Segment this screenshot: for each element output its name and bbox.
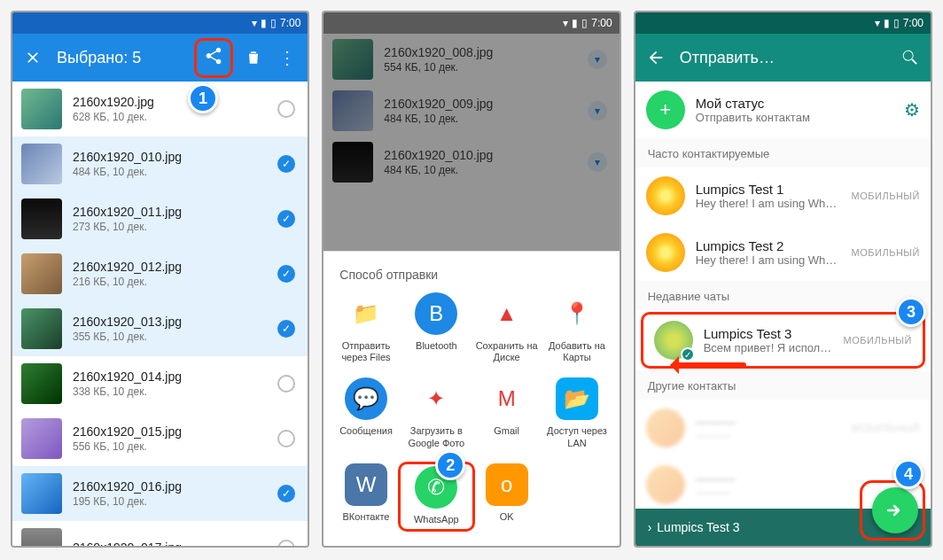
file-thumb (21, 418, 62, 459)
ok-icon: o (486, 463, 528, 506)
file-name: 2160x1920_017.jpg (73, 541, 267, 547)
file-row[interactable]: 2160x1920_017.jpg (12, 521, 308, 546)
share-sheet-title: Способ отправки (331, 264, 612, 292)
file-meta: 355 КБ, 10 дек. (73, 331, 267, 343)
contact-row-selected[interactable]: ✓ Lumpics Test 3 Всем привет! Я использу… (641, 312, 925, 369)
battery-icon: ▯ (893, 17, 900, 29)
app-label: Bluetooth (416, 340, 456, 352)
status-bar: ▾ ▮ ▯ 7:00 (635, 12, 931, 34)
avatar (646, 408, 685, 447)
contact-status: Hey there! I am using WhatsApp (696, 197, 841, 210)
app-label: Отправить через Files (335, 340, 397, 363)
contact-type: МОБИЛЬНЫЙ (852, 191, 920, 201)
gmail-icon: M (486, 377, 528, 420)
share-app-messages[interactable]: 💬 Сообщения (331, 377, 401, 448)
search-icon[interactable] (900, 48, 920, 67)
clock: 7:00 (591, 17, 612, 29)
app-label: Доступ через LAN (546, 425, 608, 448)
app-label: Сохранить на Диске (476, 340, 538, 363)
select-toggle[interactable] (277, 485, 295, 502)
file-meta: 195 КБ, 10 дек. (73, 495, 267, 508)
file-thumb (21, 528, 62, 547)
share-app-gdrive[interactable]: ▲ Сохранить на Диске (472, 292, 542, 363)
select-toggle[interactable] (277, 155, 295, 173)
file-row[interactable]: 2160x1920_015.jpg 556 КБ, 10 дек. (12, 411, 308, 466)
select-toggle[interactable] (277, 375, 295, 393)
contact-type: МОБИЛЬНЫЙ (844, 335, 912, 346)
share-app-vk[interactable]: W ВКонтакте (331, 463, 401, 528)
app-label: WhatsApp (414, 514, 459, 525)
file-row[interactable]: 2160x1920.jpg 628 КБ, 10 дек. (12, 82, 308, 136)
gear-icon[interactable]: ⚙ (904, 99, 920, 121)
file-thumb (21, 89, 62, 129)
close-icon[interactable] (23, 48, 43, 67)
lan-icon: 📂 (556, 377, 598, 420)
file-name: 2160x1920_011.jpg (73, 205, 267, 219)
file-thumb (21, 144, 62, 184)
file-meta: 484 КБ, 10 дек. (73, 166, 267, 178)
files-icon: 📁 (345, 292, 387, 335)
file-name: 2160x1920_014.jpg (73, 369, 267, 384)
step-badge-3: 3 (896, 297, 926, 327)
clock: 7:00 (903, 17, 924, 29)
share-app-files[interactable]: 📁 Отправить через Files (331, 292, 401, 363)
file-row[interactable]: 2160x1920_016.jpg 195 КБ, 10 дек. (12, 466, 308, 521)
file-row[interactable]: 2160x1920_010.jpg 484 КБ, 10 дек. (12, 136, 308, 191)
file-name: 2160x1920_015.jpg (73, 424, 267, 439)
share-highlight (194, 38, 233, 78)
share-app-bluetooth[interactable]: B Bluetooth (401, 292, 472, 363)
chevron-right-icon: › (648, 520, 652, 534)
select-toggle[interactable] (277, 265, 295, 283)
back-icon[interactable] (646, 48, 666, 67)
file-row[interactable]: 2160x1920_011.jpg 273 КБ, 10 дек. (12, 191, 308, 246)
battery-icon: ▯ (581, 17, 588, 29)
whatsapp-header: Отправить… (635, 34, 931, 82)
phone-file-picker: ▾ ▮ ▯ 7:00 Выбрано: 5 ⋮ 1 2160x1920.jpg … (11, 11, 309, 548)
select-toggle[interactable] (277, 210, 295, 228)
share-sheet: Способ отправки 📁 Отправить через FilesB… (323, 251, 619, 546)
contact-row[interactable]: Lumpics Test 1 Hey there! I am using Wha… (635, 167, 931, 224)
file-meta: 338 КБ, 10 дек. (73, 385, 267, 398)
file-row[interactable]: 2160x1920_014.jpg 338 КБ, 10 дек. (12, 356, 308, 411)
contact-row[interactable]: Lumpics Test 2 Hey there! I am using Wha… (635, 224, 931, 281)
file-row[interactable]: 2160x1920_013.jpg 355 КБ, 10 дек. (12, 301, 308, 356)
file-name: 2160x1920_012.jpg (73, 260, 267, 274)
status-bar: ▾ ▮ ▯ 7:00 (323, 12, 619, 34)
share-background: 2160x1920_008.jpg 554 КБ, 10 дек. ▾ 2160… (323, 34, 619, 546)
avatar (646, 176, 685, 215)
messages-icon: 💬 (345, 377, 387, 420)
step-badge-1: 1 (188, 83, 218, 113)
trash-icon[interactable] (244, 48, 263, 67)
overflow-icon[interactable]: ⋮ (277, 48, 297, 67)
file-row[interactable]: 2160x1920_012.jpg 216 КБ, 10 дек. (12, 246, 308, 301)
file-thumb (21, 308, 62, 349)
my-status-row[interactable]: + Мой статус Отправить контактам ⚙ (635, 82, 931, 138)
selection-header: Выбрано: 5 ⋮ (12, 34, 308, 82)
phone-whatsapp-send: ▾ ▮ ▯ 7:00 Отправить… + Мой статус Отпра… (634, 11, 932, 548)
select-toggle[interactable] (277, 100, 295, 118)
vk-icon: W (345, 463, 387, 506)
whatsapp-body[interactable]: + Мой статус Отправить контактам ⚙ Часто… (635, 82, 931, 546)
file-thumb (21, 473, 62, 514)
share-app-lan[interactable]: 📂 Доступ через LAN (542, 377, 612, 448)
share-app-gmail[interactable]: M Gmail (472, 377, 542, 448)
share-app-maps[interactable]: 📍 Добавить на Карты (542, 292, 612, 363)
file-list[interactable]: 2160x1920.jpg 628 КБ, 10 дек. 2160x1920_… (12, 82, 308, 546)
avatar (646, 233, 685, 272)
clock: 7:00 (280, 17, 300, 29)
contact-name: Lumpics Test 3 (704, 326, 833, 341)
contact-status: Hey there! I am using WhatsApp (696, 253, 841, 267)
arrow-to-selection (661, 357, 746, 373)
share-app-photos[interactable]: ✦ Загрузить в Google Фото (401, 377, 472, 448)
share-icon[interactable] (204, 46, 223, 66)
select-toggle[interactable] (277, 320, 295, 338)
phone-share-sheet: ▾ ▮ ▯ 7:00 2160x1920_008.jpg 554 КБ, 10 … (322, 11, 620, 548)
contact-row[interactable]: —————— МОБИЛЬНЫЙ (635, 400, 931, 456)
select-toggle[interactable] (277, 430, 295, 447)
select-toggle[interactable] (277, 540, 295, 547)
app-label: ВКонтакте (343, 511, 390, 523)
share-app-ok[interactable]: o OK (472, 463, 542, 528)
file-meta: 273 КБ, 10 дек. (73, 221, 267, 233)
file-meta: 216 КБ, 10 дек. (73, 276, 267, 288)
signal-icon: ▮ (884, 17, 890, 29)
